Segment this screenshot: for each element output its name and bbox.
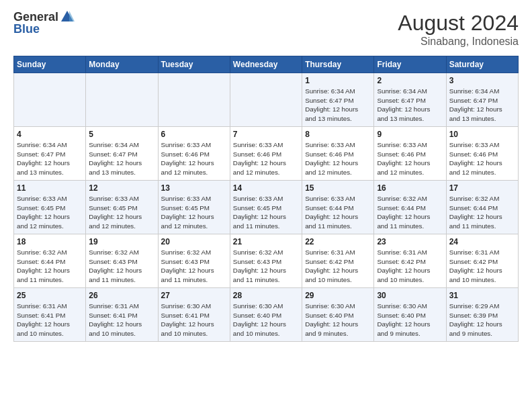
calendar-cell: 21Sunrise: 6:32 AM Sunset: 6:43 PM Dayli… [230,234,302,288]
page-header: General Blue August 2024 Sinabang, Indon… [13,11,519,48]
day-number: 30 [377,291,443,300]
logo-icon [60,9,75,24]
calendar-cell: 16Sunrise: 6:32 AM Sunset: 6:44 PM Dayli… [374,181,446,234]
day-number: 28 [233,291,299,300]
day-info: Sunrise: 6:33 AM Sunset: 6:46 PM Dayligh… [305,140,371,177]
calendar-cell: 6Sunrise: 6:33 AM Sunset: 6:46 PM Daylig… [158,127,230,181]
title-block: August 2024 Sinabang, Indonesia [398,11,519,48]
col-saturday: Saturday [446,56,518,73]
day-number: 24 [449,237,515,246]
day-info: Sunrise: 6:32 AM Sunset: 6:44 PM Dayligh… [377,194,443,231]
day-number: 1 [305,76,371,85]
col-sunday: Sunday [14,56,86,73]
day-number: 4 [17,130,83,139]
calendar-body: 1Sunrise: 6:34 AM Sunset: 6:47 PM Daylig… [14,73,519,342]
day-number: 23 [377,237,443,246]
calendar-cell: 19Sunrise: 6:32 AM Sunset: 6:43 PM Dayli… [86,234,158,288]
day-number: 22 [305,237,371,246]
calendar-cell [86,73,158,127]
day-info: Sunrise: 6:33 AM Sunset: 6:46 PM Dayligh… [449,140,515,177]
calendar-header: Sunday Monday Tuesday Wednesday Thursday… [14,56,519,73]
day-number: 2 [377,76,443,85]
header-row: Sunday Monday Tuesday Wednesday Thursday… [14,56,519,73]
calendar-week-3: 11Sunrise: 6:33 AM Sunset: 6:45 PM Dayli… [14,181,519,234]
calendar-week-4: 18Sunrise: 6:32 AM Sunset: 6:44 PM Dayli… [14,234,519,288]
day-info: Sunrise: 6:31 AM Sunset: 6:42 PM Dayligh… [305,248,371,285]
day-info: Sunrise: 6:33 AM Sunset: 6:46 PM Dayligh… [233,140,299,177]
col-wednesday: Wednesday [230,56,302,73]
calendar-cell: 17Sunrise: 6:32 AM Sunset: 6:44 PM Dayli… [446,181,518,234]
page-container: General Blue August 2024 Sinabang, Indon… [0,0,532,349]
day-info: Sunrise: 6:32 AM Sunset: 6:44 PM Dayligh… [17,248,83,285]
day-info: Sunrise: 6:30 AM Sunset: 6:40 PM Dayligh… [233,302,299,338]
calendar-cell: 3Sunrise: 6:34 AM Sunset: 6:47 PM Daylig… [446,73,518,127]
calendar-cell: 10Sunrise: 6:33 AM Sunset: 6:46 PM Dayli… [446,127,518,181]
day-info: Sunrise: 6:33 AM Sunset: 6:46 PM Dayligh… [161,140,227,177]
day-number: 14 [233,183,299,193]
day-number: 5 [89,130,154,139]
day-number: 7 [233,130,299,139]
day-number: 20 [161,237,227,246]
day-number: 6 [161,130,227,139]
day-info: Sunrise: 6:32 AM Sunset: 6:43 PM Dayligh… [161,248,227,285]
calendar-cell: 4Sunrise: 6:34 AM Sunset: 6:47 PM Daylig… [14,127,86,181]
col-thursday: Thursday [302,56,374,73]
calendar-cell: 5Sunrise: 6:34 AM Sunset: 6:47 PM Daylig… [86,127,158,181]
day-number: 27 [161,291,227,300]
calendar-table: Sunday Monday Tuesday Wednesday Thursday… [13,56,519,342]
day-number: 17 [449,183,515,193]
day-info: Sunrise: 6:34 AM Sunset: 6:47 PM Dayligh… [377,87,443,124]
day-number: 9 [377,130,443,139]
calendar-cell: 14Sunrise: 6:33 AM Sunset: 6:45 PM Dayli… [230,181,302,234]
calendar-week-1: 1Sunrise: 6:34 AM Sunset: 6:47 PM Daylig… [14,73,519,127]
day-number: 12 [89,183,154,193]
svg-marker-1 [69,11,75,21]
calendar-cell: 11Sunrise: 6:33 AM Sunset: 6:45 PM Dayli… [14,181,86,234]
calendar-cell: 25Sunrise: 6:31 AM Sunset: 6:41 PM Dayli… [14,288,86,342]
col-monday: Monday [86,56,158,73]
day-number: 10 [449,130,515,139]
day-info: Sunrise: 6:30 AM Sunset: 6:40 PM Dayligh… [305,302,371,338]
day-number: 19 [89,237,154,246]
day-info: Sunrise: 6:33 AM Sunset: 6:44 PM Dayligh… [305,194,371,231]
day-number: 25 [17,291,83,300]
calendar-cell [230,73,302,127]
col-tuesday: Tuesday [158,56,230,73]
day-info: Sunrise: 6:33 AM Sunset: 6:45 PM Dayligh… [161,194,227,231]
day-info: Sunrise: 6:32 AM Sunset: 6:43 PM Dayligh… [233,248,299,285]
day-info: Sunrise: 6:34 AM Sunset: 6:47 PM Dayligh… [17,140,83,177]
logo-blue-text: Blue [13,23,75,36]
day-info: Sunrise: 6:30 AM Sunset: 6:41 PM Dayligh… [161,302,227,338]
day-info: Sunrise: 6:34 AM Sunset: 6:47 PM Dayligh… [449,87,515,124]
calendar-cell: 18Sunrise: 6:32 AM Sunset: 6:44 PM Dayli… [14,234,86,288]
calendar-cell [158,73,230,127]
day-info: Sunrise: 6:34 AM Sunset: 6:47 PM Dayligh… [305,87,371,124]
day-info: Sunrise: 6:31 AM Sunset: 6:42 PM Dayligh… [377,248,443,285]
day-info: Sunrise: 6:31 AM Sunset: 6:42 PM Dayligh… [449,248,515,285]
calendar-cell: 13Sunrise: 6:33 AM Sunset: 6:45 PM Dayli… [158,181,230,234]
day-info: Sunrise: 6:33 AM Sunset: 6:46 PM Dayligh… [377,140,443,177]
col-friday: Friday [374,56,446,73]
calendar-cell: 23Sunrise: 6:31 AM Sunset: 6:42 PM Dayli… [374,234,446,288]
day-info: Sunrise: 6:31 AM Sunset: 6:41 PM Dayligh… [17,302,83,338]
day-number: 15 [305,183,371,193]
day-info: Sunrise: 6:30 AM Sunset: 6:40 PM Dayligh… [377,302,443,338]
calendar-cell: 22Sunrise: 6:31 AM Sunset: 6:42 PM Dayli… [302,234,374,288]
day-number: 8 [305,130,371,139]
calendar-cell: 15Sunrise: 6:33 AM Sunset: 6:44 PM Dayli… [302,181,374,234]
calendar-cell: 30Sunrise: 6:30 AM Sunset: 6:40 PM Dayli… [374,288,446,342]
location-subtitle: Sinabang, Indonesia [398,36,519,48]
calendar-cell: 7Sunrise: 6:33 AM Sunset: 6:46 PM Daylig… [230,127,302,181]
day-info: Sunrise: 6:34 AM Sunset: 6:47 PM Dayligh… [89,140,154,177]
day-number: 26 [89,291,154,300]
calendar-cell: 8Sunrise: 6:33 AM Sunset: 6:46 PM Daylig… [302,127,374,181]
day-info: Sunrise: 6:32 AM Sunset: 6:43 PM Dayligh… [89,248,154,285]
calendar-week-2: 4Sunrise: 6:34 AM Sunset: 6:47 PM Daylig… [14,127,519,181]
day-info: Sunrise: 6:31 AM Sunset: 6:41 PM Dayligh… [89,302,154,338]
calendar-cell: 27Sunrise: 6:30 AM Sunset: 6:41 PM Dayli… [158,288,230,342]
calendar-cell: 26Sunrise: 6:31 AM Sunset: 6:41 PM Dayli… [86,288,158,342]
day-number: 18 [17,237,83,246]
day-number: 31 [449,291,515,300]
calendar-cell: 20Sunrise: 6:32 AM Sunset: 6:43 PM Dayli… [158,234,230,288]
logo: General Blue [13,11,75,36]
